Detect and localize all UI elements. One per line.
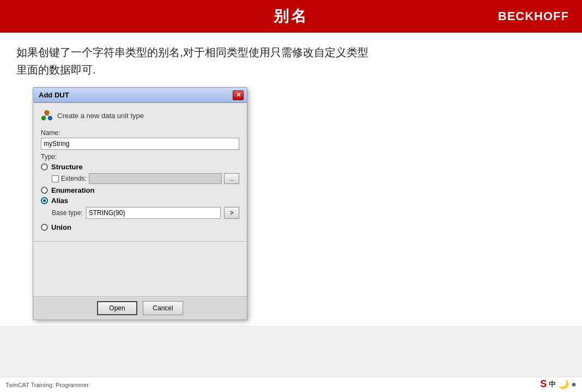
dialog-overlay: Add DUT ✕ Create a new <box>16 87 566 320</box>
type-option-structure[interactable]: Structure <box>41 163 239 171</box>
browse-button[interactable]: ... <box>224 173 239 184</box>
basetype-row: Base type: > <box>52 207 239 219</box>
close-icon: ✕ <box>236 91 241 99</box>
header: 别名 BECKHOFF <box>0 0 582 33</box>
dut-icon <box>41 109 53 121</box>
tray-dot-icon: ● <box>571 379 577 389</box>
structure-label: Structure <box>51 163 83 171</box>
extends-row: Extends: ... <box>52 173 239 184</box>
radio-enumeration[interactable] <box>41 187 48 194</box>
bottom-bar: TwinCAT Training: Programmer S 中 🌙 ● <box>0 377 582 392</box>
name-label: Name: <box>41 129 239 137</box>
svg-line-4 <box>47 115 50 117</box>
dut-header-text: Create a new data unit type <box>57 112 144 120</box>
name-input[interactable] <box>41 138 239 150</box>
bottom-text: TwinCAT Training: Programmer <box>5 382 89 388</box>
radio-alias-dot <box>43 199 46 202</box>
type-label: Type: <box>41 153 239 161</box>
extends-checkbox[interactable] <box>52 175 59 182</box>
description-line2: 里面的数据即可. <box>16 64 96 76</box>
description: 如果创键了一个字符串类型的别名,对于相同类型使用只需修改自定义类型 里面的数据即… <box>16 44 566 78</box>
svg-line-3 <box>44 115 47 117</box>
enumeration-label: Enumeration <box>51 186 94 194</box>
svg-point-0 <box>45 111 49 115</box>
add-dut-dialog: Add DUT ✕ Create a new <box>33 87 247 320</box>
radio-union[interactable] <box>41 224 48 231</box>
radio-structure[interactable] <box>41 163 48 170</box>
extends-input[interactable] <box>89 173 222 184</box>
dialog-close-button[interactable]: ✕ <box>233 90 244 100</box>
alias-label: Alias <box>51 197 68 205</box>
tray-moon-icon: 🌙 <box>558 379 569 389</box>
header-title: 别名 <box>274 6 308 27</box>
basetype-input[interactable] <box>86 207 221 219</box>
type-option-union[interactable]: Union <box>41 223 239 231</box>
svg-point-1 <box>42 117 46 120</box>
system-tray: S 中 🌙 ● <box>540 378 577 390</box>
cancel-button[interactable]: Cancel <box>143 301 183 315</box>
dut-header: Create a new data unit type <box>41 109 239 121</box>
dialog-spacer <box>33 242 247 296</box>
basetype-arrow-button[interactable]: > <box>224 207 239 219</box>
name-group: Name: <box>41 129 239 150</box>
union-label: Union <box>51 223 71 231</box>
basetype-label: Base type: <box>52 209 83 217</box>
content-area: 如果创键了一个字符串类型的别名,对于相同类型使用只需修改自定义类型 里面的数据即… <box>0 33 582 326</box>
tray-s-icon: S <box>540 378 547 390</box>
dialog-body: Create a new data unit type Name: Type: … <box>33 103 247 242</box>
header-brand: BECKHOFF <box>498 9 569 23</box>
open-button[interactable]: Open <box>97 301 137 315</box>
dialog-titlebar: Add DUT ✕ <box>33 88 247 103</box>
radio-alias[interactable] <box>41 197 48 204</box>
dialog-title: Add DUT <box>39 91 69 99</box>
extends-label: Extends: <box>61 175 87 182</box>
description-line1: 如果创键了一个字符串类型的别名,对于相同类型使用只需修改自定义类型 <box>16 46 368 58</box>
tray-lang: 中 <box>549 379 556 389</box>
dialog-footer: Open Cancel <box>33 296 247 320</box>
type-option-alias[interactable]: Alias <box>41 197 239 205</box>
type-option-enumeration[interactable]: Enumeration <box>41 186 239 194</box>
svg-point-2 <box>48 117 52 120</box>
